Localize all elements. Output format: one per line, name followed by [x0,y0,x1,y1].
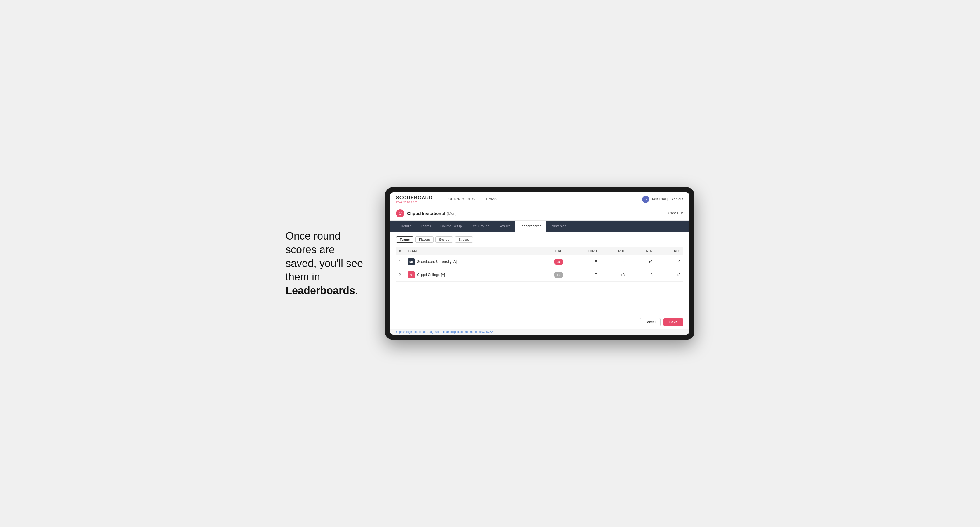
leaderboard-table: # TEAM TOTAL THRU RD1 RD2 RD3 1 SB [396,247,683,282]
sidebar-text-plain: Once round scores are saved, you'll see … [286,230,363,283]
team-name: Scoreboard University [A] [417,260,457,264]
cell-rd2: -8 [628,268,655,282]
tournament-name: Clippd Invitational [407,211,445,216]
sidebar-text-end: . [355,284,358,297]
col-rd1: RD1 [600,247,628,256]
sign-out-link[interactable]: Sign out [670,197,683,202]
filter-row: Teams Players Scores Strokes [396,237,683,243]
tournament-cancel-btn[interactable]: Cancel ✕ [668,211,683,215]
filter-players[interactable]: Players [415,237,434,243]
footer-cancel-btn[interactable]: Cancel [640,318,660,326]
tab-results[interactable]: Results [494,221,515,232]
tablet-device: SCOREBOARD Powered by clippd TOURNAMENTS… [385,187,694,340]
filter-scores[interactable]: Scores [435,237,453,243]
col-total: TOTAL [530,247,566,256]
tab-tee-groups[interactable]: Tee Groups [466,221,494,232]
tablet-screen: SCOREBOARD Powered by clippd TOURNAMENTS… [390,192,689,335]
content-spacer [390,286,689,315]
cancel-label: Cancel [668,211,679,215]
user-name: Test User | [651,197,668,202]
cell-rank: 1 [396,256,405,268]
tournament-header: C Clippd Invitational (Men) Cancel ✕ [390,206,689,221]
cell-thru: F [566,256,600,268]
table-header-row: # TEAM TOTAL THRU RD1 RD2 RD3 [396,247,683,256]
score-badge: -5 [554,259,563,265]
col-rd2: RD2 [628,247,655,256]
tab-navigation: Details Teams Course Setup Tee Groups Re… [390,221,689,232]
tab-leaderboards[interactable]: Leaderboards [515,221,546,232]
col-team: TEAM [405,247,530,256]
tab-details[interactable]: Details [396,221,416,232]
nav-teams[interactable]: TEAMS [479,192,502,206]
col-rank: # [396,247,405,256]
cell-rd2: +5 [628,256,655,268]
url-bar: https://stage-blue-coach.stagescore boar… [390,329,689,335]
logo-area: SCOREBOARD Powered by clippd [396,195,433,203]
table-row: 1 SB Scoreboard University [A] -5 F -4 +… [396,256,683,268]
footer-save-btn[interactable]: Save [663,318,683,326]
col-rd3: RD3 [655,247,683,256]
cell-rd1: -4 [600,256,628,268]
cell-rd3: -6 [655,256,683,268]
team-logo: C [408,271,415,278]
user-avatar: S [642,196,649,203]
sidebar-description: Once round scores are saved, you'll see … [286,229,368,298]
nav-right: S Test User | Sign out [642,196,683,203]
table-row: 2 C Clippd College [A] +3 F +8 -8 +3 [396,268,683,282]
team-logo: SB [408,258,415,265]
col-thru: THRU [566,247,600,256]
content-area: Teams Players Scores Strokes # TEAM TOTA… [390,232,689,286]
footer-bar: Cancel Save [390,315,689,329]
nav-bar: SCOREBOARD Powered by clippd TOURNAMENTS… [390,192,689,206]
tournament-gender: (Men) [447,211,457,216]
cell-total: +3 [530,268,566,282]
team-name: Clippd College [A] [417,273,445,277]
cell-thru: F [566,268,600,282]
logo-title: SCOREBOARD [396,195,433,200]
cell-team: SB Scoreboard University [A] [405,256,530,268]
cell-rd3: +3 [655,268,683,282]
logo-sub-brand: clippd [410,200,418,203]
cell-team: C Clippd College [A] [405,268,530,282]
cell-rank: 2 [396,268,405,282]
close-icon: ✕ [680,211,683,215]
tab-teams[interactable]: Teams [416,221,436,232]
tab-course-setup[interactable]: Course Setup [436,221,466,232]
logo-sub-prefix: Powered by [396,200,410,203]
tab-printables[interactable]: Printables [546,221,571,232]
filter-teams[interactable]: Teams [396,237,414,243]
tournament-icon: C [396,209,404,217]
score-badge: +3 [554,271,563,278]
logo-subtitle: Powered by clippd [396,200,433,203]
sidebar-text-bold: Leaderboards [286,284,355,297]
cell-rd1: +8 [600,268,628,282]
nav-tournaments[interactable]: TOURNAMENTS [442,192,479,206]
nav-links: TOURNAMENTS TEAMS [442,192,502,206]
filter-strokes[interactable]: Strokes [455,237,473,243]
cell-total: -5 [530,256,566,268]
